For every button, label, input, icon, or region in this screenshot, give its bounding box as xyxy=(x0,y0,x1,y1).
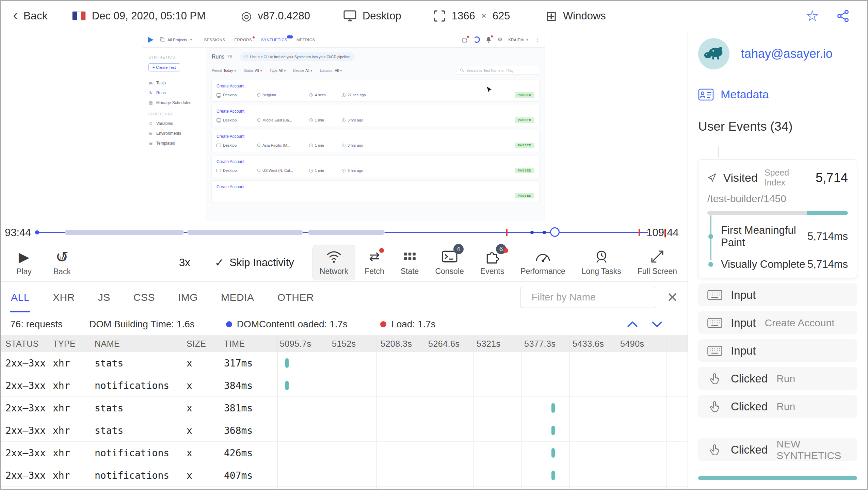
long-tasks-panel-button[interactable]: Long Tasks xyxy=(575,245,628,280)
run-row[interactable]: Create Account Desktop Asia Pacific (M..… xyxy=(212,130,539,152)
player-controls: ▶ Play ↺10 Back 3x ✓ Skip Inactivity Net… xyxy=(0,244,688,282)
create-test-button[interactable]: + Create Test xyxy=(148,63,180,71)
favorite-star-icon[interactable]: ☆ xyxy=(806,9,819,23)
visited-event-card[interactable]: Visited Speed Index 5,714 /test-builder/… xyxy=(698,159,857,278)
performance-panel-button[interactable]: Performance xyxy=(513,245,573,280)
user-events-title: User Events (34) xyxy=(698,119,857,134)
fetch-panel-button[interactable]: ⇄ Fetch xyxy=(357,245,391,280)
share-icon[interactable] xyxy=(837,10,850,22)
inactivity-segment xyxy=(187,230,303,235)
location-arrow-icon xyxy=(707,172,716,183)
events-panel-button[interactable]: 6 Events xyxy=(473,245,511,280)
app-logo-icon xyxy=(148,37,154,43)
tab-errors[interactable]: ERRORS xyxy=(234,38,252,42)
table-row[interactable]: 2xx–3xxxhrstatsx381ms xyxy=(0,397,688,419)
table-row[interactable]: 2xx–3xxxhrnotificationsx384ms xyxy=(0,374,688,397)
bell-icon[interactable] xyxy=(486,36,492,43)
error-marker[interactable] xyxy=(506,229,508,236)
error-marker[interactable] xyxy=(639,229,640,236)
run-row[interactable]: Create Account Desktop US West (N. Cal..… xyxy=(212,156,539,177)
sidebar-item-environments[interactable]: ⊞Environments xyxy=(148,131,200,136)
sidebar-item-variables[interactable]: ⊙Variables xyxy=(148,121,200,126)
cli-banner: ⓘ Use our CLI to include your Synthetics… xyxy=(240,52,355,61)
tab-synthetics[interactable]: SYNTHETICS xyxy=(261,38,287,42)
table-row[interactable]: 2xx–3xxxhrstatsx368ms xyxy=(0,419,688,442)
metadata-button[interactable]: Metadata xyxy=(698,88,857,101)
status-badge: PASSED xyxy=(515,193,534,198)
tests-icon: ▤ xyxy=(148,81,153,85)
next-card-speed-bar xyxy=(698,476,857,480)
event-marker[interactable] xyxy=(543,231,546,234)
run-row[interactable]: Create Account Desktop Middle East (Ba..… xyxy=(212,105,539,127)
user-email[interactable]: tahay@asayer.io xyxy=(741,47,833,61)
input-event-card[interactable]: Input xyxy=(698,339,857,362)
alert-dot xyxy=(379,248,384,253)
network-table-header: STATUS TYPE NAME SIZE TIME 5095.7s 5152s… xyxy=(0,336,688,352)
hand-pointer-icon xyxy=(707,444,723,456)
input-event-card[interactable]: Input xyxy=(698,283,857,306)
clicked-event-card[interactable]: Clicked Run xyxy=(698,367,857,390)
input-event-card[interactable]: Input Create Account xyxy=(698,311,857,334)
tab-other[interactable]: OTHER xyxy=(277,282,315,312)
table-row[interactable]: 2xx–3xxxhrstatsx317ms xyxy=(0,352,688,374)
state-icon xyxy=(403,249,416,264)
new-badge xyxy=(287,35,293,38)
version-label: v87.0.4280 xyxy=(258,10,310,22)
filter-device[interactable]: DeviceAll▼ xyxy=(293,68,313,72)
gear-icon[interactable]: ⚙ xyxy=(497,37,502,43)
playhead-handle[interactable] xyxy=(550,227,560,237)
sidebar-item-manage-schedules[interactable]: ▦Manage Schedules xyxy=(148,100,200,105)
full-screen-button[interactable]: Full Screen xyxy=(630,245,684,280)
more-menu-icon[interactable]: ⋮ xyxy=(535,37,540,43)
test-search-input[interactable] xyxy=(457,66,539,75)
network-icon xyxy=(326,249,342,264)
cli-link[interactable]: CLI xyxy=(264,55,269,59)
event-marker[interactable] xyxy=(530,231,534,234)
session-header: ‹ Back Dec 09, 2020, 05:10 PM ◎ v87.0.42… xyxy=(0,0,868,32)
tab-media[interactable]: MEDIA xyxy=(220,282,255,312)
tab-css[interactable]: CSS xyxy=(133,282,156,312)
filter-status[interactable]: StatusAll▼ xyxy=(243,68,262,72)
sidebar-section-synthetics: SYNTHETICS xyxy=(148,55,200,59)
table-row[interactable]: 2xx–3xxxhrnotificationsx426ms xyxy=(0,442,688,464)
skip-inactivity-toggle[interactable]: ✓ Skip Inactivity xyxy=(215,256,294,269)
network-panel-button[interactable]: Network xyxy=(312,245,355,280)
clicked-event-card[interactable]: Clicked NEW SYNTHETICS xyxy=(698,438,857,461)
filter-period[interactable]: PeriodToday▼ xyxy=(212,68,237,72)
tab-img[interactable]: IMG xyxy=(177,282,198,312)
tab-sessions[interactable]: SESSIONS xyxy=(204,38,225,42)
tab-metrics[interactable]: METRICS xyxy=(296,38,315,42)
sidebar-item-templates[interactable]: ▣Templates xyxy=(148,141,200,146)
table-row[interactable]: 2xx–3xxxhrnotificationsx407ms xyxy=(0,464,688,487)
console-panel-button[interactable]: 4 Console xyxy=(428,245,471,280)
performance-icon xyxy=(535,249,551,264)
tab-js[interactable]: JS xyxy=(97,282,111,312)
jump-next-icon[interactable] xyxy=(651,321,663,328)
back-button[interactable]: ‹ Back xyxy=(13,10,48,22)
project-selector[interactable]: All Projects ▼ xyxy=(160,38,192,42)
clicked-event-card[interactable]: Clicked Run xyxy=(698,395,857,418)
user-menu[interactable]: KRAIEM ▼ xyxy=(508,38,529,42)
network-filter-input[interactable] xyxy=(520,287,656,308)
close-panel-icon[interactable]: ✕ xyxy=(666,291,678,304)
speed-toggle[interactable]: 3x xyxy=(179,257,190,269)
timeline-track[interactable] xyxy=(36,232,648,233)
events-icon: 6 xyxy=(484,249,500,264)
integrations-icon[interactable] xyxy=(462,37,468,43)
jump-prev-icon[interactable] xyxy=(626,321,639,328)
resolution-icon xyxy=(433,10,446,22)
sidebar-item-runs[interactable]: ↻Runs xyxy=(148,91,200,95)
tab-xhr[interactable]: XHR xyxy=(52,282,76,312)
state-panel-button[interactable]: State xyxy=(393,245,426,280)
back-10s-button[interactable]: ↺10 Back xyxy=(53,249,71,276)
filter-type[interactable]: TypeAll▼ xyxy=(270,68,286,72)
request-timing-tick xyxy=(285,381,289,390)
back-label: Back xyxy=(23,10,48,22)
clock-icon xyxy=(309,93,313,97)
play-button[interactable]: ▶ Play xyxy=(16,249,32,276)
run-row[interactable]: Create Account PASSED xyxy=(212,181,539,202)
filter-location[interactable]: LocationAll▼ xyxy=(320,68,342,72)
tab-all[interactable]: ALL xyxy=(10,282,30,312)
inactivity-segment xyxy=(65,230,184,235)
sidebar-item-tests[interactable]: ▤Tests xyxy=(148,81,200,85)
